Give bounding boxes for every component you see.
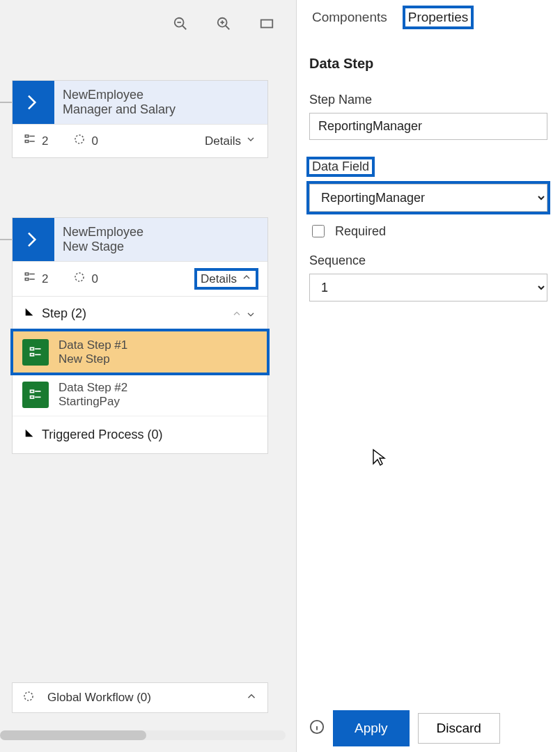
svg-rect-15: [25, 279, 29, 281]
triangle-collapse-icon: [24, 428, 35, 442]
stage-name: New Stage: [63, 240, 143, 254]
zoom-in-button[interactable]: [215, 15, 232, 32]
stage-title: NewEmployee New Stage: [54, 218, 152, 261]
step-count: 2: [42, 134, 48, 148]
required-row[interactable]: Required: [309, 223, 547, 240]
steps-header-label: Step (2): [42, 306, 86, 321]
stage-entity: NewEmployee: [63, 225, 143, 240]
panel-body: Data Step Step Name Data Field Reporting…: [297, 31, 560, 314]
step-name-label: Step Name: [309, 93, 372, 107]
stage-chevron-icon: [13, 218, 54, 261]
triangle-collapse-icon: [24, 306, 35, 321]
details-label: Details: [201, 272, 237, 286]
step-item-selected[interactable]: Data Step #1 New Step: [13, 331, 267, 373]
steps-header[interactable]: Step (2): [13, 297, 267, 331]
sequence-label: Sequence: [309, 253, 366, 268]
sequence-select[interactable]: 1: [309, 274, 547, 301]
trigger-count: 0: [91, 272, 98, 286]
data-step-icon: [22, 339, 49, 366]
svg-marker-18: [26, 308, 33, 316]
svg-line-4: [226, 26, 230, 30]
fit-screen-button[interactable]: [258, 15, 275, 32]
reorder-arrows[interactable]: [231, 308, 256, 320]
stage-title: NewEmployee Manager and Salary: [54, 81, 184, 124]
panel-title: Data Step: [309, 56, 547, 72]
details-toggle[interactable]: Details: [196, 270, 256, 288]
panel-footer: Apply Discard: [297, 713, 560, 744]
stage-header: NewEmployee Manager and Salary: [13, 81, 267, 124]
process-canvas: NewEmployee Manager and Salary 2 0 Detai…: [0, 0, 296, 752]
step-labels: Data Step #1 New Step: [59, 338, 127, 366]
steps-icon: [24, 271, 36, 287]
chevron-up-icon: [245, 690, 258, 706]
step-title: Data Step #1: [59, 338, 127, 352]
trigger-icon: [73, 133, 86, 149]
triggered-label: Triggered Process (0): [42, 428, 162, 442]
apply-button[interactable]: Apply: [336, 713, 407, 744]
connector-line: [0, 239, 12, 240]
stage-chevron-icon: [13, 81, 54, 124]
horizontal-scrollbar[interactable]: [0, 730, 286, 740]
global-workflow-label: Global Workflow (0): [47, 691, 151, 705]
svg-rect-25: [31, 396, 34, 398]
stage-card[interactable]: NewEmployee Manager and Salary 2 0 Detai…: [12, 80, 268, 158]
data-field-label: Data Field: [309, 159, 372, 174]
data-step-icon: [22, 382, 49, 408]
chevron-down-icon: [245, 134, 256, 148]
properties-panel: Components Properties Data Step Step Nam…: [296, 0, 560, 752]
svg-rect-8: [25, 135, 29, 137]
svg-rect-21: [31, 354, 34, 356]
stage-header: NewEmployee New Stage: [13, 218, 267, 261]
steps-icon: [24, 133, 36, 149]
scrollbar-thumb[interactable]: [0, 730, 146, 740]
step-title: Data Step #2: [59, 381, 127, 395]
step-labels: Data Step #2 StartingPay: [59, 381, 127, 409]
svg-line-1: [182, 26, 187, 30]
spinner-icon: [22, 690, 35, 706]
svg-rect-7: [261, 20, 273, 28]
stage-infobar: 2 0 Details: [13, 261, 267, 296]
required-checkbox[interactable]: [312, 225, 325, 237]
panel-tabs: Components Properties: [297, 0, 560, 31]
step-item[interactable]: Data Step #2 StartingPay: [13, 373, 267, 416]
svg-rect-13: [25, 273, 29, 275]
tab-components[interactable]: Components: [309, 8, 390, 26]
svg-point-28: [24, 692, 33, 700]
zoom-toolbar: [172, 15, 275, 32]
step-subtitle: New Step: [59, 352, 127, 366]
stage-entity: NewEmployee: [63, 88, 176, 102]
trigger-count: 0: [91, 134, 98, 148]
svg-rect-23: [31, 390, 34, 392]
discard-button[interactable]: Discard: [418, 713, 500, 744]
stage-infobar: 2 0 Details: [13, 124, 267, 157]
connector-line: [0, 102, 12, 103]
required-label: Required: [335, 224, 386, 239]
step-name-input[interactable]: [309, 113, 547, 140]
svg-rect-10: [25, 141, 29, 143]
details-toggle[interactable]: Details: [205, 134, 256, 148]
svg-point-17: [75, 273, 84, 281]
data-field-select[interactable]: ReportingManager: [309, 184, 547, 212]
step-subtitle: StartingPay: [59, 395, 127, 409]
stage-card[interactable]: NewEmployee New Stage 2 0 Details: [12, 217, 268, 454]
info-icon[interactable]: [309, 719, 325, 737]
triggered-process-row[interactable]: Triggered Process (0): [13, 416, 267, 453]
svg-marker-27: [26, 430, 33, 437]
zoom-out-button[interactable]: [172, 15, 189, 32]
trigger-icon: [73, 271, 86, 287]
step-count: 2: [42, 272, 48, 286]
chevron-up-icon: [241, 272, 252, 286]
steps-section: Step (2) Data Step #1 New Step: [13, 296, 267, 453]
global-workflow-bar[interactable]: Global Workflow (0): [12, 682, 268, 713]
tab-properties[interactable]: Properties: [405, 8, 472, 26]
details-label: Details: [205, 134, 241, 148]
svg-point-12: [75, 135, 84, 143]
svg-rect-19: [31, 347, 34, 350]
stage-name: Manager and Salary: [63, 102, 176, 117]
